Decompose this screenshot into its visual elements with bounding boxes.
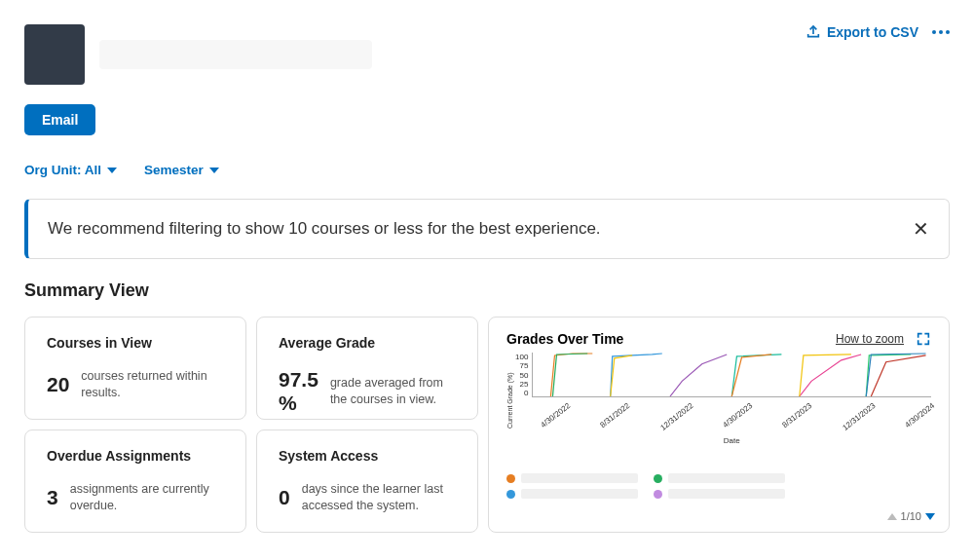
plot: 4/30/2022 8/31/2022 12/31/2022 4/30/2023… — [532, 353, 931, 448]
legend-label-redacted — [668, 489, 785, 499]
semester-filter[interactable]: Semester — [144, 163, 219, 177]
legend-item[interactable] — [654, 489, 785, 499]
chart-title: Grades Over Time — [506, 331, 623, 347]
grades-over-time-card: Grades Over Time How to zoom Current Gra… — [488, 317, 950, 533]
chart-legend — [506, 473, 931, 499]
summary-cards: Courses in View 20 courses returned with… — [24, 317, 950, 533]
avg-grade-value: 97.5 % — [279, 368, 318, 415]
pager-text: 1/10 — [901, 510, 921, 522]
org-unit-filter-label: Org Unit: All — [24, 163, 101, 177]
card-desc: grade averaged from the courses in view. — [330, 375, 456, 408]
avatar — [24, 24, 85, 85]
x-ticks: 4/30/2022 8/31/2022 12/31/2022 4/30/2023… — [532, 401, 931, 410]
y-ticks: 100 75 50 25 0 — [515, 353, 532, 397]
legend-label-redacted — [521, 489, 638, 499]
more-actions-button[interactable] — [932, 30, 950, 34]
legend-dot-icon — [506, 490, 515, 499]
how-to-zoom-link[interactable]: How to zoom — [836, 332, 904, 346]
pager-prev-icon[interactable] — [887, 513, 897, 520]
header: Export to CSV — [24, 24, 950, 85]
x-axis-label: Date — [532, 436, 931, 445]
legend-item[interactable] — [506, 489, 638, 499]
filter-bar: Org Unit: All Semester — [24, 163, 950, 177]
export-csv-button[interactable]: Export to CSV — [805, 24, 918, 40]
system-access-card: System Access 0 days since the learner l… — [256, 429, 478, 533]
chart-lines — [533, 353, 931, 396]
card-desc: courses returned within results. — [81, 368, 224, 401]
info-banner: We recommend filtering to show 10 course… — [24, 199, 950, 259]
semester-filter-label: Semester — [144, 163, 204, 177]
legend-label-redacted — [521, 473, 638, 483]
export-csv-label: Export to CSV — [827, 24, 918, 40]
courses-in-view-card: Courses in View 20 courses returned with… — [24, 317, 246, 420]
card-title: Average Grade — [279, 335, 456, 351]
learner-name-redacted — [99, 40, 372, 69]
average-grade-card: Average Grade 97.5 % grade averaged from… — [256, 317, 478, 420]
export-icon — [805, 24, 821, 40]
y-axis-label: Current Grade (%) — [506, 353, 513, 448]
courses-count: 20 — [47, 373, 69, 396]
legend-item[interactable] — [654, 473, 785, 483]
chart-area[interactable]: Current Grade (%) 100 75 50 25 0 — [506, 353, 931, 448]
chevron-down-icon — [107, 168, 117, 173]
legend-dot-icon — [654, 474, 662, 483]
legend-dot-icon — [654, 490, 662, 499]
legend-pager: 1/10 — [887, 510, 935, 522]
access-days-value: 0 — [279, 486, 290, 509]
email-button[interactable]: Email — [24, 104, 95, 135]
card-desc: days since the learner last accessed the… — [302, 481, 456, 514]
card-title: System Access — [279, 448, 456, 464]
overdue-assignments-card: Overdue Assignments 3 assignments are cu… — [24, 429, 246, 533]
legend-label-redacted — [668, 473, 785, 483]
legend-item[interactable] — [506, 473, 638, 483]
learner-identity — [24, 24, 372, 85]
overdue-count: 3 — [47, 486, 58, 509]
close-icon[interactable]: ✕ — [913, 217, 929, 241]
legend-dot-icon — [506, 474, 515, 483]
card-title: Overdue Assignments — [47, 448, 224, 464]
expand-icon[interactable] — [916, 331, 931, 347]
page-title: Summary View — [24, 280, 950, 301]
org-unit-filter[interactable]: Org Unit: All — [24, 163, 117, 177]
card-desc: assignments are currently overdue. — [70, 481, 224, 514]
chevron-down-icon — [209, 168, 219, 173]
info-banner-text: We recommend filtering to show 10 course… — [48, 219, 601, 239]
card-title: Courses in View — [47, 335, 224, 351]
header-actions: Export to CSV — [805, 24, 950, 40]
pager-next-icon[interactable] — [925, 513, 935, 520]
